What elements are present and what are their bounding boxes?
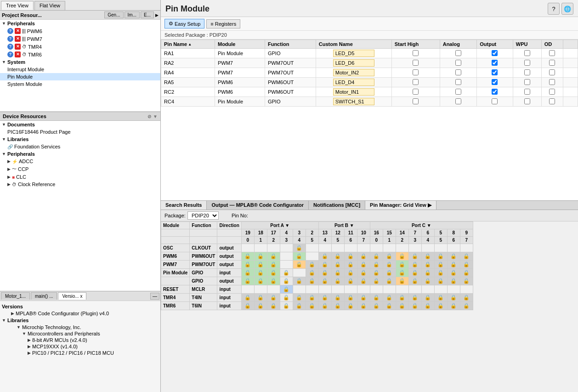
grid-cell-a1-2[interactable]: 🔒: [254, 261, 267, 269]
grid-cell-b2-2[interactable]: 🔒: [344, 261, 357, 269]
checkbox-wpu[interactable]: [524, 89, 530, 95]
grid-cell-a1-7[interactable]: 🔒: [254, 302, 267, 310]
grid-cell-a2-3[interactable]: 🔒: [267, 269, 280, 277]
scroll-arrow-right[interactable]: ▶: [155, 13, 159, 17]
grid-cell-c0-1[interactable]: 🔒: [370, 252, 383, 261]
cell-od[interactable]: [541, 97, 563, 107]
ver-section-libraries[interactable]: ▼ Libraries: [2, 317, 159, 324]
grid-cell-b1-2[interactable]: 🔒: [331, 261, 344, 269]
checkbox-od[interactable]: [549, 89, 555, 95]
cell-output[interactable]: [477, 78, 513, 87]
cell-wpu[interactable]: [513, 87, 541, 97]
section-system[interactable]: ▼ System: [0, 58, 160, 66]
cell-start-high[interactable]: [391, 49, 440, 58]
grid-cell-b2-3[interactable]: 🔒: [344, 269, 357, 277]
cell-output[interactable]: [477, 58, 513, 68]
grid-cell-b3-3[interactable]: 🔒: [357, 269, 370, 277]
grid-cell-c7-6[interactable]: 🔒: [460, 294, 473, 302]
grid-cell-c1-6[interactable]: 🔒: [383, 294, 396, 302]
grid-cell-a2-4[interactable]: 🔒: [267, 277, 280, 285]
cell-start-high[interactable]: [391, 97, 440, 107]
custom-name-input[interactable]: [333, 79, 374, 86]
tree-item-tmr6[interactable]: ? ✕ ⏱ TMR6: [0, 51, 160, 58]
grid-cell-c6-2[interactable]: 🔒: [447, 261, 460, 269]
grid-cell-c0-4[interactable]: 🔒: [370, 277, 383, 285]
cell-od[interactable]: [541, 49, 563, 58]
grid-cell-c0-7[interactable]: 🔒: [370, 302, 383, 310]
grid-cell-a0-1[interactable]: 🔒: [241, 252, 254, 261]
checkbox-start-high[interactable]: [413, 79, 419, 85]
ver-item-microchip[interactable]: ▼ Microchip Technology, Inc.: [2, 324, 159, 330]
grid-cell-a4-0[interactable]: 🔒: [293, 244, 306, 252]
cell-custom-name[interactable]: [316, 49, 391, 58]
cell-custom-name[interactable]: [316, 58, 391, 68]
cell-start-high[interactable]: [391, 78, 440, 87]
grid-cell-c0-6[interactable]: 🔒: [370, 294, 383, 302]
cell-start-high[interactable]: [391, 68, 440, 78]
grid-cell-a0-7[interactable]: 🔒: [241, 302, 254, 310]
grid-cell-b0-1[interactable]: 🔒: [318, 252, 331, 261]
grid-cell-a2-7[interactable]: 🔒: [267, 302, 280, 310]
cell-wpu[interactable]: [513, 49, 541, 58]
grid-cell-b3-6[interactable]: 🔒: [357, 294, 370, 302]
checkbox-start-high[interactable]: [413, 69, 419, 75]
tree-item-ccp[interactable]: ▶ 〜 CCP: [0, 165, 160, 173]
grid-cell-c4-3[interactable]: 🔒: [421, 269, 434, 277]
cell-custom-name[interactable]: [316, 68, 391, 78]
grid-cell-b1-1[interactable]: 🔒: [331, 252, 344, 261]
tree-item-interrupt[interactable]: Interrupt Module: [0, 66, 160, 73]
grid-cell-a1-1[interactable]: 🔒: [254, 252, 267, 261]
grid-cell-a5-2[interactable]: 🔒: [306, 261, 318, 269]
grid-cell-a3-3[interactable]: 🔒: [280, 269, 293, 277]
checkbox-output[interactable]: [492, 50, 498, 56]
cell-wpu[interactable]: [513, 68, 541, 78]
ver-item-avr[interactable]: ▶ 8-bit AVR MCUs (v2.4.0): [2, 337, 159, 343]
cell-start-high[interactable]: [391, 87, 440, 97]
cell-custom-name[interactable]: [316, 78, 391, 87]
grid-cell-c6-1[interactable]: 🔒: [447, 252, 460, 261]
grid-cell-c1-4[interactable]: 🔒: [383, 277, 396, 285]
grid-cell-c6-3[interactable]: 🔒: [447, 269, 460, 277]
grid-cell-a2-6[interactable]: 🔒: [267, 294, 280, 302]
tree-item-pin-module[interactable]: Pin Module: [0, 73, 160, 80]
cell-custom-name[interactable]: [316, 87, 391, 97]
tree-item-clc[interactable]: ▶ ■ CLC: [0, 173, 160, 181]
grid-cell-b3-4[interactable]: 🔒: [357, 277, 370, 285]
grid-cell-b2-4[interactable]: 🔒: [344, 277, 357, 285]
tab-output-mcc[interactable]: Output — MPLAB® Code Configurator: [207, 201, 309, 210]
grid-cell-c6-6[interactable]: 🔒: [447, 294, 460, 302]
cell-analog[interactable]: [440, 87, 477, 97]
custom-name-input[interactable]: [333, 50, 374, 57]
grid-cell-c5-3[interactable]: 🔒: [434, 269, 447, 277]
grid-cell-c5-1[interactable]: 🔒: [434, 252, 447, 261]
grid-cell-a1-3[interactable]: 🔒: [254, 269, 267, 277]
tree-item-system-module[interactable]: System Module: [0, 80, 160, 88]
grid-cell-a2-1[interactable]: 🔒: [267, 252, 280, 261]
package-dropdown[interactable]: PDIP20: [187, 211, 219, 220]
grid-cell-a3-7[interactable]: 🔒: [280, 302, 293, 310]
tab-search-results[interactable]: Search Results: [161, 201, 207, 210]
grid-cell-b3-7[interactable]: 🔒: [357, 302, 370, 310]
grid-cell-c7-2[interactable]: 🔒: [460, 261, 473, 269]
grid-cell-c3-2[interactable]: 🔒: [408, 261, 421, 269]
grid-cell-c2-4[interactable]: 🔒: [396, 277, 408, 285]
grid-cell-c1-2[interactable]: 🔒: [383, 261, 396, 269]
custom-name-input[interactable]: [333, 69, 374, 76]
grid-cell-c1-7[interactable]: 🔒: [383, 302, 396, 310]
cell-od[interactable]: [541, 68, 563, 78]
grid-cell-b1-7[interactable]: 🔒: [331, 302, 344, 310]
grid-cell-c5-4[interactable]: 🔒: [434, 277, 447, 285]
grid-cell-c4-2[interactable]: 🔒: [421, 261, 434, 269]
col-wpu[interactable]: WPU: [513, 40, 541, 49]
grid-cell-a3-4[interactable]: 🔒: [280, 277, 293, 285]
checkbox-wpu[interactable]: [524, 60, 530, 66]
grid-cell-c2-6[interactable]: 🔒: [396, 294, 408, 302]
grid-cell-a4-6[interactable]: 🔒: [293, 294, 306, 302]
cell-output[interactable]: [477, 68, 513, 78]
col-custom-name[interactable]: Custom Name: [316, 40, 391, 49]
im-button[interactable]: Im...: [125, 11, 140, 18]
grid-cell-a1-4[interactable]: 🔒: [254, 277, 267, 285]
cell-analog[interactable]: [440, 97, 477, 107]
grid-cell-c2-3[interactable]: 🔒: [396, 269, 408, 277]
tab-tree-view[interactable]: Tree View: [1, 1, 34, 10]
